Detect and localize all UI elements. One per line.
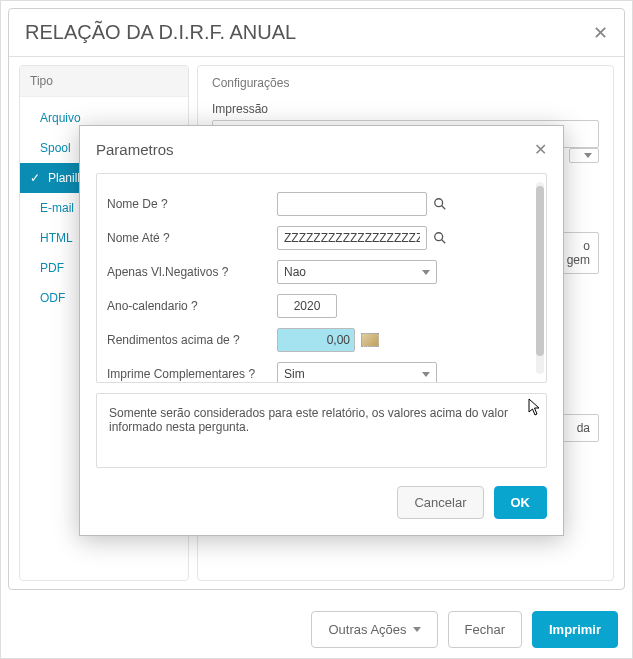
window-title: RELAÇÃO DA D.I.R.F. ANUAL bbox=[25, 21, 296, 44]
svg-line-1 bbox=[442, 206, 446, 210]
apenas-neg-select[interactable]: Nao bbox=[277, 260, 437, 284]
svg-line-3 bbox=[442, 240, 446, 244]
svg-point-2 bbox=[435, 233, 443, 241]
nome-ate-input[interactable] bbox=[277, 226, 427, 250]
chevron-down-icon bbox=[584, 153, 592, 158]
imprime-comp-label: Imprime Complementares ? bbox=[107, 367, 277, 381]
description-box: Somente serão considerados para este rel… bbox=[96, 393, 547, 468]
search-icon[interactable] bbox=[433, 231, 447, 245]
chevron-down-icon bbox=[413, 627, 421, 632]
parametros-dialog: Parametros ✕ Nome De ? Nome Até ? bbox=[79, 125, 564, 536]
imprimir-button[interactable]: Imprimir bbox=[532, 611, 618, 648]
dropdown-stub-1[interactable] bbox=[569, 148, 599, 163]
fechar-button[interactable]: Fechar bbox=[448, 611, 522, 648]
chevron-down-icon bbox=[422, 270, 430, 275]
svg-point-0 bbox=[435, 199, 443, 207]
imprime-comp-select[interactable]: Sim bbox=[277, 362, 437, 383]
search-icon[interactable] bbox=[433, 197, 447, 211]
close-icon[interactable]: ✕ bbox=[593, 22, 608, 44]
ano-input[interactable] bbox=[277, 294, 337, 318]
nome-ate-label: Nome Até ? bbox=[107, 231, 277, 245]
outras-acoes-button[interactable]: Outras Ações bbox=[311, 611, 437, 648]
dialog-title: Parametros bbox=[96, 141, 174, 158]
ok-button[interactable]: OK bbox=[494, 486, 548, 519]
calculator-icon[interactable] bbox=[361, 333, 379, 347]
scrollbar-thumb[interactable] bbox=[536, 186, 544, 356]
type-panel-title: Tipo bbox=[20, 66, 188, 97]
nome-de-input[interactable] bbox=[277, 192, 427, 216]
chevron-down-icon bbox=[422, 372, 430, 377]
ano-label: Ano-calendario ? bbox=[107, 299, 277, 313]
parametros-form: Nome De ? Nome Até ? bbox=[96, 173, 547, 383]
rend-acima-input[interactable] bbox=[277, 328, 355, 352]
impressao-label: Impressão bbox=[212, 102, 599, 116]
rend-acima-label: Rendimentos acima de ? bbox=[107, 333, 277, 347]
config-panel-title: Configurações bbox=[212, 76, 599, 98]
apenas-neg-label: Apenas Vl.Negativos ? bbox=[107, 265, 277, 279]
cancel-button[interactable]: Cancelar bbox=[397, 486, 483, 519]
dialog-close-icon[interactable]: ✕ bbox=[534, 140, 547, 159]
nome-de-label: Nome De ? bbox=[107, 197, 277, 211]
